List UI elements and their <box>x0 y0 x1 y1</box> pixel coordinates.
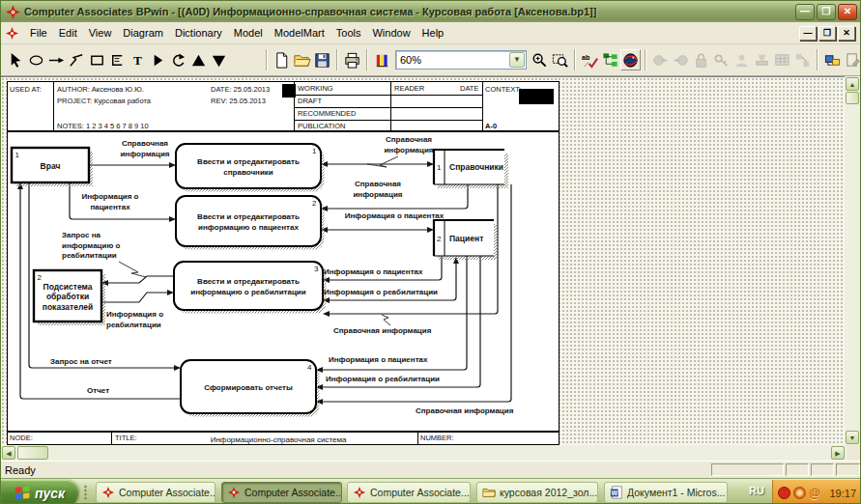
flow-label[interactable]: Справочная информация <box>416 406 514 415</box>
flow-label[interactable]: Информация опациентах <box>81 192 138 211</box>
toolbar: T 60% ▼ ab <box>1 44 860 76</box>
close-button[interactable]: ✕ <box>838 4 857 20</box>
minimize-button[interactable]: — <box>795 4 815 20</box>
at-sign-tray-icon[interactable]: @ <box>809 487 820 500</box>
combo-dropdown-icon[interactable]: ▼ <box>509 52 525 68</box>
task-button-bpwin-3[interactable]: Computer Associate... <box>347 482 471 503</box>
task-button-word[interactable]: W Документ1 - Micros... <box>604 482 728 503</box>
zoom-in-icon[interactable] <box>530 49 550 70</box>
task-button-bpwin-2-active[interactable]: Computer Associate... <box>221 482 342 503</box>
kit-header: USED AT: AUTHOR: Аксенова Ю.Ю. DATE: 25.… <box>8 82 559 132</box>
modelmart-globe-icon[interactable] <box>620 49 641 70</box>
svg-text:W: W <box>612 490 618 496</box>
horizontal-scroll-thumb[interactable] <box>17 446 48 460</box>
keyboard-language-indicator[interactable]: RU <box>745 485 768 501</box>
process-boxes[interactable]: 1Ввести и отредактироватьсправочники2Вве… <box>174 144 327 417</box>
toolbar-separator <box>645 49 646 70</box>
mdi-restore-button[interactable]: ❐ <box>818 26 836 41</box>
box-tool-icon[interactable] <box>87 49 107 70</box>
triangle-up-icon[interactable] <box>188 49 209 70</box>
pointer-tool-icon[interactable] <box>6 49 26 70</box>
spell-check-icon[interactable]: ab <box>580 49 600 70</box>
text-tool-icon[interactable]: T <box>128 49 148 70</box>
scroll-right-icon[interactable]: ▶ <box>831 446 845 460</box>
report-colors-icon[interactable] <box>372 49 392 70</box>
new-file-icon[interactable] <box>272 49 292 70</box>
mdi-close-button[interactable]: ✕ <box>838 26 855 41</box>
rotate-arrow-icon[interactable] <box>168 49 188 70</box>
zoom-area-icon[interactable] <box>550 49 570 70</box>
display-settings-icon[interactable] <box>822 49 843 70</box>
arrow-line[interactable] <box>108 276 174 283</box>
flow-label[interactable]: Отчет <box>87 386 109 395</box>
horizontal-scrollbar[interactable]: ◀ ▶ <box>1 445 847 461</box>
properties-icon[interactable] <box>843 49 861 70</box>
scroll-up-icon[interactable]: ▲ <box>846 77 859 91</box>
task-button-folder[interactable]: курсовая 2012_зол... <box>476 482 598 503</box>
flow-label[interactable]: Справочнаяинформация <box>120 139 169 158</box>
flow-label[interactable]: Запрос на отчет <box>50 357 112 366</box>
oval-tool-icon[interactable] <box>26 49 46 70</box>
arrow-line[interactable] <box>101 293 167 302</box>
label-squiggle[interactable] <box>367 156 398 167</box>
menu-view[interactable]: View <box>83 24 118 42</box>
save-icon[interactable] <box>312 49 332 70</box>
open-file-icon[interactable] <box>292 49 312 70</box>
triangle-down-icon[interactable] <box>209 49 229 70</box>
flow-label[interactable]: Информация о реабилитации <box>326 375 440 383</box>
grid-icon <box>772 49 792 70</box>
text-block-tool-icon[interactable] <box>107 49 128 70</box>
scroll-down-icon[interactable]: ▼ <box>846 431 859 444</box>
menu-modelmart[interactable]: ModelMart <box>269 24 330 42</box>
flow-label[interactable]: Информация о реабилитации <box>324 288 438 296</box>
flow-label[interactable]: Справочная информация <box>333 326 432 335</box>
red-circle-tray-icon[interactable] <box>778 487 790 499</box>
model-explorer-icon[interactable] <box>600 49 620 70</box>
menu-tools[interactable]: Tools <box>330 24 367 42</box>
vertical-scrollbar[interactable]: ▲ ▼ <box>845 76 860 445</box>
task-button-bpwin-1[interactable]: Computer Associate... <box>96 482 215 503</box>
start-button[interactable]: пуск <box>1 480 78 504</box>
menu-dictionary[interactable]: Dictionary <box>169 24 228 42</box>
arrow-line[interactable] <box>70 182 169 219</box>
label-squiggle[interactable] <box>119 262 146 277</box>
squiggle-tool-icon[interactable] <box>67 49 87 70</box>
arrow-tool-icon[interactable] <box>46 49 67 70</box>
flow-label[interactable]: Справочнаяинформация <box>353 180 402 199</box>
context-thumbnail <box>519 89 554 104</box>
clock[interactable]: 19:17 <box>829 488 856 499</box>
flow-label[interactable]: Информация о пациентах <box>345 211 445 220</box>
flow-label[interactable]: Информация ореабилитации <box>106 310 163 329</box>
document-app-icon[interactable] <box>5 26 19 41</box>
vertical-scroll-thumb[interactable] <box>846 92 859 104</box>
mdi-minimize-button[interactable]: — <box>799 26 817 41</box>
label-squiggle[interactable] <box>382 315 390 325</box>
menu-model[interactable]: Model <box>228 24 269 42</box>
menu-diagram[interactable]: Diagram <box>117 24 169 42</box>
menu-edit[interactable]: Edit <box>53 24 83 42</box>
quick-launch-grip[interactable] <box>84 485 87 500</box>
dfd-diagram[interactable]: 1Врач2Подсистемаобработкипоказателей 1Вв… <box>8 82 559 444</box>
menu-file[interactable]: File <box>24 24 53 42</box>
orange-circle-tray-icon[interactable] <box>793 487 806 499</box>
menu-window[interactable]: Window <box>366 24 416 42</box>
svg-text:1: 1 <box>437 163 442 172</box>
svg-text:2: 2 <box>312 199 317 208</box>
status-panel <box>786 463 809 476</box>
flow-label[interactable]: Справочнаяинформация <box>384 135 433 154</box>
context-node-ref: A-0 <box>485 122 497 130</box>
flow-label[interactable]: Запрос наинформацию ореабилитации <box>62 231 120 260</box>
zoom-level-combo[interactable]: 60% ▼ <box>395 50 527 70</box>
date-col-label: DATE <box>460 84 478 93</box>
flow-label[interactable]: Информация о пациентах <box>329 355 428 364</box>
flow-label[interactable]: Информация о пациентах <box>324 267 423 276</box>
diagram-text: Врач <box>41 161 61 171</box>
restore-button[interactable]: ❐ <box>817 4 836 20</box>
bpwin-task-icon <box>227 486 241 499</box>
menu-help[interactable]: Help <box>416 24 450 42</box>
scroll-left-icon[interactable]: ◀ <box>2 446 15 460</box>
diagram-canvas[interactable]: 1Врач2Подсистемаобработкипоказателей 1Вв… <box>1 76 847 445</box>
drill-down-icon[interactable] <box>148 49 168 70</box>
print-icon[interactable] <box>342 49 362 70</box>
system-tray: @ 19:17 <box>772 480 860 504</box>
